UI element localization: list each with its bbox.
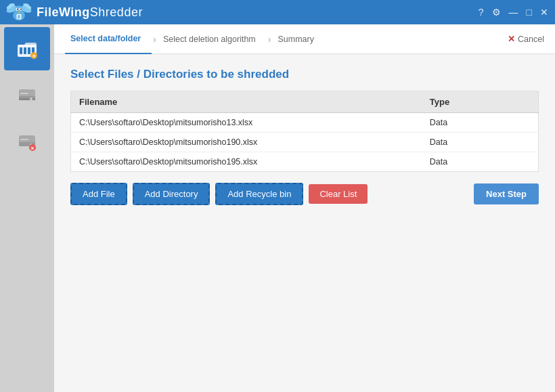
svg-rect-26 bbox=[19, 98, 35, 100]
svg-point-11 bbox=[20, 9, 22, 10]
svg-rect-28 bbox=[20, 93, 28, 94]
file-table: Filename Type C:\Users\softaro\Desktop\m… bbox=[70, 91, 539, 172]
app-title: FileWingShredder bbox=[37, 5, 143, 20]
svg-point-10 bbox=[17, 9, 18, 10]
wizard-steps: Select data/folder › Select deletion alg… bbox=[65, 24, 508, 54]
clear-list-button[interactable]: Clear List bbox=[309, 184, 368, 204]
svg-rect-20 bbox=[28, 47, 30, 54]
cancel-x-icon: ✕ bbox=[508, 34, 515, 44]
minimize-button[interactable]: — bbox=[509, 7, 518, 18]
sidebar: ★ × bbox=[0, 24, 54, 392]
cell-filename: C:\Users\softaro\Desktop\mitsumorisho190… bbox=[71, 133, 422, 152]
maximize-button[interactable]: □ bbox=[527, 7, 532, 18]
action-row: Add File Add Directory Add Recycle bin C… bbox=[70, 183, 539, 205]
file-table-body: C:\Users\softaro\Desktop\mitsumorisho13.… bbox=[71, 113, 539, 172]
wizard-step-1[interactable]: Select data/folder bbox=[65, 24, 152, 54]
svg-rect-32 bbox=[20, 139, 28, 140]
wizard-bar: Select data/folder › Select deletion alg… bbox=[54, 24, 555, 54]
cell-filename: C:\Users\softaro\Desktop\mitsumorisho195… bbox=[71, 152, 422, 172]
close-button[interactable]: ✕ bbox=[540, 7, 548, 18]
add-directory-button[interactable]: Add Directory bbox=[133, 183, 210, 205]
sidebar-item-drive-delete[interactable]: × bbox=[4, 119, 50, 162]
svg-text:×: × bbox=[30, 145, 34, 152]
table-row[interactable]: C:\Users\softaro\Desktop\mitsumorisho13.… bbox=[71, 113, 539, 133]
svg-rect-18 bbox=[20, 47, 22, 54]
add-file-button[interactable]: Add File bbox=[70, 183, 127, 205]
table-row[interactable]: C:\Users\softaro\Desktop\mitsumorisho190… bbox=[71, 133, 539, 152]
col-header-type: Type bbox=[422, 91, 539, 113]
title-bar: FileWingShredder ? ⚙ — □ ✕ bbox=[0, 0, 555, 24]
shred-folder-icon: ★ bbox=[16, 38, 38, 60]
svg-rect-19 bbox=[24, 47, 26, 54]
sidebar-item-drive[interactable] bbox=[4, 73, 50, 116]
title-bar-left: FileWingShredder bbox=[7, 2, 143, 22]
title-bar-controls: ? ⚙ — □ ✕ bbox=[479, 7, 548, 18]
page-heading: Select Files / Directories to be shredde… bbox=[70, 68, 539, 81]
cell-type: Data bbox=[422, 152, 539, 172]
svg-point-27 bbox=[30, 97, 32, 100]
cancel-button[interactable]: ✕ Cancel bbox=[508, 34, 544, 44]
table-row[interactable]: C:\Users\softaro\Desktop\mitsumorisho195… bbox=[71, 152, 539, 172]
wizard-step-2[interactable]: Select deletion algorithm bbox=[158, 24, 267, 54]
cell-type: Data bbox=[422, 113, 539, 133]
page-content: Select Files / Directories to be shredde… bbox=[54, 54, 555, 392]
settings-button[interactable]: ⚙ bbox=[492, 7, 501, 18]
drive-delete-icon: × bbox=[16, 130, 38, 152]
wizard-sep-1: › bbox=[153, 34, 156, 45]
content-area: Select data/folder › Select deletion alg… bbox=[54, 24, 555, 392]
wizard-step-3[interactable]: Summary bbox=[272, 24, 324, 54]
svg-text:★: ★ bbox=[32, 53, 36, 58]
cell-type: Data bbox=[422, 133, 539, 152]
sidebar-item-shred[interactable]: ★ bbox=[4, 27, 50, 70]
add-recycle-button[interactable]: Add Recycle bin bbox=[215, 183, 303, 205]
cell-filename: C:\Users\softaro\Desktop\mitsumorisho13.… bbox=[71, 113, 422, 133]
help-button[interactable]: ? bbox=[479, 7, 484, 18]
col-header-filename: Filename bbox=[71, 91, 422, 113]
main-layout: ★ × bbox=[0, 24, 555, 392]
next-step-button[interactable]: Next Step bbox=[474, 183, 539, 204]
table-header-row: Filename Type bbox=[71, 91, 539, 113]
logo-icon bbox=[7, 2, 31, 22]
wizard-sep-2: › bbox=[268, 34, 271, 45]
drive-icon bbox=[16, 84, 38, 106]
